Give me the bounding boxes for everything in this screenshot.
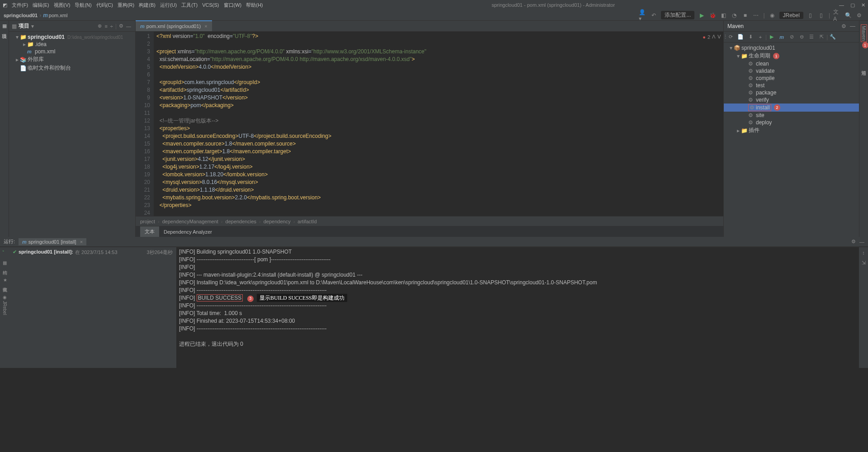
editor-tab-pom[interactable]: m pom.xml (springcloud01) ×	[136, 20, 212, 31]
hide-icon[interactable]: —	[126, 24, 131, 29]
close-tab-icon[interactable]: ×	[204, 24, 207, 29]
menu-item[interactable]: 工具(T)	[181, 2, 198, 8]
run-config-select[interactable]: 添加配置...	[661, 11, 694, 19]
tree-item[interactable]: mpom.xml	[9, 48, 135, 55]
menu-item[interactable]: 代码(C)	[96, 2, 113, 8]
prev-highlight-icon[interactable]: ᐱ	[712, 34, 716, 40]
maven-hide-icon[interactable]: —	[850, 23, 855, 29]
maven-tree-item[interactable]: ⚙package	[724, 89, 859, 96]
run-hide-icon[interactable]: —	[859, 239, 864, 245]
collapse-all-icon[interactable]: ⇱	[817, 33, 826, 41]
menu-item[interactable]: 运行(U)	[160, 2, 177, 8]
soft-wrap-icon[interactable]: ↕	[862, 250, 865, 255]
inspection-menu-icon[interactable]: ⋮	[723, 34, 728, 40]
run-maven-icon[interactable]: ▶	[768, 33, 776, 41]
minimize-icon[interactable]: —	[839, 2, 844, 8]
skip-tests-icon[interactable]: ⊖	[797, 33, 806, 41]
bc-item[interactable]: dependency	[264, 219, 291, 224]
generate-icon[interactable]: 📄	[736, 33, 745, 41]
crumb-file[interactable]: pom.xml	[49, 13, 68, 18]
maven-tree-item[interactable]: ⚙verify	[724, 96, 859, 104]
maven-tree-item[interactable]: ⚙install2	[724, 104, 859, 112]
maven-settings-icon[interactable]: 🔧	[829, 33, 837, 41]
translate-icon[interactable]: 文A	[833, 11, 841, 19]
scroll-end-icon[interactable]: ⇲	[862, 260, 866, 266]
run-side-name: springcloud01 [install]:	[19, 249, 73, 366]
app-icon[interactable]: ◩	[3, 2, 7, 8]
code-editor[interactable]: <?xml version="1.0" encoding="UTF-8"?> <…	[154, 32, 723, 216]
menu-item[interactable]: 视图(V)	[54, 2, 71, 8]
run-tab-label: springcloud01 [install]	[28, 239, 76, 245]
coverage-icon[interactable]: ◧	[719, 11, 727, 19]
maximize-icon[interactable]: ▢	[850, 2, 855, 8]
maven-tree-item[interactable]: ⚙test	[724, 82, 859, 89]
back-icon[interactable]: ↶	[650, 11, 658, 19]
maven-tree-item[interactable]: ▾📁生命周期1	[724, 52, 859, 60]
collapse-icon[interactable]: ÷	[110, 24, 113, 29]
maven-tree-item[interactable]: ▾📦springcloud01	[724, 44, 859, 52]
next-highlight-icon[interactable]: ᐯ	[717, 34, 721, 40]
menu-item[interactable]: 构建(B)	[139, 2, 156, 8]
profile-icon[interactable]: ◔	[730, 11, 738, 19]
expand-icon[interactable]: ≡	[104, 24, 107, 29]
menu-item[interactable]: 重构(R)	[118, 2, 134, 8]
project-tool-label[interactable]: ▦ 项目	[1, 23, 8, 30]
close-run-tab-icon[interactable]: ×	[80, 239, 83, 245]
jrebel-tool-label[interactable]: ◉ JRebel	[2, 295, 7, 315]
toggle-offline-icon[interactable]: ⊘	[788, 33, 796, 41]
maven-tree-item[interactable]: ⚙compile	[724, 75, 859, 82]
show-deps-icon[interactable]: ☰	[807, 33, 816, 41]
download-icon[interactable]: ⬇	[746, 33, 755, 41]
left-tool-gutter: ▦ 项目	[0, 21, 9, 237]
close-icon[interactable]: ✕	[861, 2, 865, 8]
search-icon[interactable]: 🔍	[844, 11, 852, 19]
maven-gear-icon[interactable]: ⚙	[841, 23, 846, 29]
menu-item[interactable]: 窗口(W)	[224, 2, 242, 8]
favorites-tool-label[interactable]: ★ 收藏夹	[1, 278, 8, 284]
maven-tree-item[interactable]: ⚙validate	[724, 67, 859, 75]
tree-item[interactable]: ▾📁springcloud01D:\idea_work\springcloud0…	[9, 33, 135, 41]
maven-tree-item[interactable]: ⚙deploy	[724, 119, 859, 126]
run-console[interactable]: [INFO] Building springcloud01 1.0-SNAPSH…	[176, 247, 859, 368]
jrebel-icon[interactable]: ◉	[768, 11, 776, 19]
run-label: 运行:	[4, 238, 15, 245]
run-tab[interactable]: m springcloud01 [install] ×	[19, 238, 86, 245]
tree-item[interactable]: ▸📚外部库	[9, 55, 135, 64]
tree-item[interactable]: ▸📁.idea	[9, 41, 135, 48]
maven-tree-item[interactable]: ⚙site	[724, 112, 859, 119]
run-gear-icon[interactable]: ⚙	[851, 239, 856, 245]
gear-icon[interactable]: ⚙	[119, 23, 123, 29]
tab-text[interactable]: 文本	[140, 226, 159, 237]
jrebel-select[interactable]: JRebel	[779, 12, 803, 19]
maven-tool-label[interactable]: Maven	[861, 24, 867, 42]
stop-icon[interactable]: ■	[741, 11, 749, 19]
maven-m-icon[interactable]: m	[778, 33, 786, 41]
bc-item[interactable]: dependencies	[226, 219, 257, 224]
add-icon[interactable]: +	[756, 33, 764, 41]
maven-tree-item[interactable]: ▸📁插件	[724, 126, 859, 135]
project-dropdown-icon[interactable]: ▾	[31, 23, 34, 29]
maven-tree-item[interactable]: ⚙clean	[724, 60, 859, 67]
jr-icon2[interactable]: ▯	[817, 11, 826, 19]
more-icon[interactable]: ⋯	[752, 11, 760, 19]
debug-icon[interactable]: 🐞	[708, 11, 717, 19]
bc-item[interactable]: project	[140, 219, 155, 224]
menu-item[interactable]: 帮助(H)	[246, 2, 263, 8]
menu-item[interactable]: 导航(N)	[75, 2, 91, 8]
structure-tool-label[interactable]: ▦ 结构	[1, 260, 8, 267]
error-indicator-icon[interactable]: ●	[703, 34, 706, 40]
jr-icon1[interactable]: ▯	[807, 11, 815, 19]
menu-item[interactable]: 编辑(E)	[33, 2, 49, 8]
crumb-project[interactable]: springcloud01	[4, 13, 38, 18]
bc-item[interactable]: dependencyManagement	[162, 219, 218, 224]
tab-dependency-analyzer[interactable]: Dependency Analyzer	[159, 227, 217, 236]
menu-item[interactable]: VCS(S)	[202, 2, 219, 8]
user-icon[interactable]: 👤▾	[639, 11, 647, 19]
select-opened-icon[interactable]: ⊕	[98, 23, 102, 29]
run-icon[interactable]: ▶	[698, 11, 706, 19]
bc-item[interactable]: artifactId	[297, 219, 316, 224]
settings-icon[interactable]: ⚙	[855, 11, 863, 19]
tree-item[interactable]: 📄临时文件和控制台	[9, 64, 135, 72]
menu-item[interactable]: 文件(F)	[12, 2, 28, 8]
project-view-icon[interactable]: ▦	[12, 23, 17, 29]
